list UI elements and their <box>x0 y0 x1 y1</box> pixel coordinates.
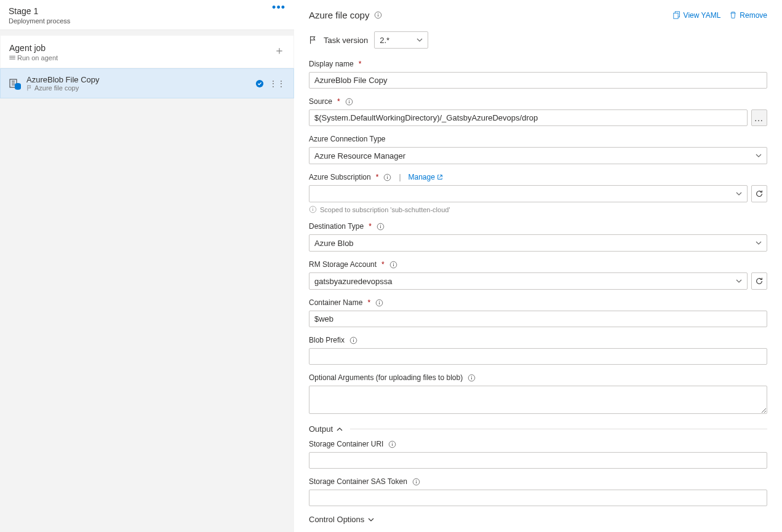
storage-select[interactable]: gatsbyazuredevopssa <box>309 272 748 290</box>
blob-prefix-input[interactable] <box>309 348 767 365</box>
conn-type-select[interactable]: Azure Resource Manager <box>309 147 767 164</box>
display-name-label: Display name <box>309 60 354 68</box>
subscription-select[interactable] <box>309 185 748 202</box>
required-asterisk: * <box>376 173 379 181</box>
drag-handle-icon[interactable]: ⋮⋮ <box>269 79 285 89</box>
info-icon[interactable] <box>374 11 382 19</box>
agent-job-subtitle: Run on agent <box>17 54 58 62</box>
info-icon[interactable] <box>468 374 476 382</box>
agent-job-title: Agent job <box>9 43 58 53</box>
refresh-icon <box>755 277 764 285</box>
refresh-storage-button[interactable] <box>751 272 767 290</box>
agent-job-row[interactable]: Agent job Run on agent ＋ <box>0 35 294 68</box>
info-icon[interactable] <box>377 223 385 231</box>
svg-rect-4 <box>15 85 21 88</box>
view-yaml-label: View YAML <box>684 11 721 20</box>
info-icon[interactable] <box>389 261 397 269</box>
task-row-azure-file-copy[interactable]: AzureBlob File Copy Azure file copy ⋮⋮ <box>0 68 294 98</box>
flag-icon <box>309 36 317 44</box>
dest-type-value: Azure Blob <box>314 239 354 248</box>
svg-point-19 <box>313 207 313 208</box>
svg-rect-1 <box>9 57 15 58</box>
chevron-down-icon <box>736 191 742 197</box>
storage-uri-input[interactable] <box>309 452 767 469</box>
stage-header[interactable]: Stage 1 Deployment process ••• <box>0 0 294 30</box>
chevron-down-icon <box>756 153 762 159</box>
svg-point-22 <box>380 224 381 225</box>
required-asterisk: * <box>367 298 370 307</box>
storage-uri-label: Storage Container URI <box>309 440 383 448</box>
success-check-icon <box>255 79 264 88</box>
chevron-down-icon <box>756 240 762 246</box>
task-item-subtitle: Azure file copy <box>34 84 79 92</box>
info-icon[interactable] <box>412 478 420 486</box>
separator: | <box>399 173 401 181</box>
browse-source-button[interactable]: … <box>751 109 767 126</box>
flag-icon <box>26 85 33 91</box>
external-link-icon <box>437 174 443 180</box>
stage-subtitle: Deployment process <box>9 17 70 25</box>
remove-button[interactable]: Remove <box>729 11 767 20</box>
storage-value: gatsbyazuredevopssa <box>314 277 392 286</box>
required-asterisk: * <box>381 260 385 269</box>
svg-point-31 <box>353 338 354 339</box>
svg-rect-2 <box>9 59 15 60</box>
output-section-header[interactable]: Output <box>309 424 767 434</box>
dest-type-label: Destination Type <box>309 222 364 231</box>
chevron-down-icon <box>417 37 423 43</box>
storage-label: RM Storage Account <box>309 260 377 269</box>
source-label: Source <box>309 97 332 106</box>
remove-label: Remove <box>740 11 767 20</box>
svg-point-37 <box>392 442 393 443</box>
manage-link[interactable]: Manage <box>409 173 443 181</box>
page-title: Azure file copy <box>309 10 369 20</box>
subscription-hint: Scoped to subscription 'sub-schutten-clo… <box>320 206 450 213</box>
svg-point-40 <box>416 480 417 480</box>
right-panel: Azure file copy View YAML Remove Task ve… <box>294 0 782 532</box>
info-icon[interactable] <box>345 98 353 106</box>
sas-token-label: Storage Container SAS Token <box>309 477 407 486</box>
control-options-section-header[interactable]: Control Options <box>309 515 767 524</box>
dest-type-select[interactable]: Azure Blob <box>309 234 767 252</box>
svg-point-16 <box>387 175 388 176</box>
required-asterisk: * <box>369 222 372 231</box>
info-icon[interactable] <box>383 173 391 181</box>
conn-type-label: Azure Connection Type <box>309 135 386 143</box>
stage-title: Stage 1 <box>9 6 70 16</box>
task-version-value: 2.* <box>380 36 389 45</box>
subscription-label: Azure Subscription <box>309 173 371 181</box>
svg-point-28 <box>379 301 380 301</box>
left-panel: Stage 1 Deployment process ••• Agent job… <box>0 0 294 532</box>
container-label: Container Name <box>309 298 362 307</box>
svg-rect-0 <box>9 56 15 57</box>
chevron-down-icon <box>368 517 374 523</box>
add-task-icon[interactable]: ＋ <box>274 43 285 62</box>
divider <box>350 429 767 429</box>
svg-point-8 <box>378 13 378 14</box>
required-asterisk: * <box>359 60 362 68</box>
source-input[interactable] <box>309 109 748 126</box>
svg-point-25 <box>393 263 394 263</box>
container-input[interactable] <box>309 311 767 327</box>
info-icon[interactable] <box>349 336 357 344</box>
ellipsis-icon: … <box>754 113 765 123</box>
task-version-select[interactable]: 2.* <box>374 31 428 49</box>
svg-rect-10 <box>673 13 677 18</box>
azure-file-copy-icon <box>9 78 20 89</box>
opt-args-textarea[interactable] <box>309 386 767 414</box>
refresh-subscription-button[interactable] <box>751 185 767 202</box>
info-icon <box>309 205 317 213</box>
chevron-up-icon <box>337 426 343 432</box>
svg-point-13 <box>349 100 349 100</box>
view-yaml-button[interactable]: View YAML <box>673 11 721 20</box>
info-icon[interactable] <box>375 299 383 307</box>
required-asterisk: * <box>337 97 340 106</box>
task-version-label: Task version <box>324 36 368 45</box>
task-item-title: AzureBlob File Copy <box>26 75 100 84</box>
blob-prefix-label: Blob Prefix <box>309 336 345 344</box>
sas-token-input[interactable] <box>309 490 767 506</box>
more-icon[interactable]: ••• <box>272 6 285 9</box>
info-icon[interactable] <box>388 440 396 448</box>
display-name-input[interactable] <box>309 72 767 89</box>
opt-args-label: Optional Arguments (for uploading files … <box>309 373 463 382</box>
